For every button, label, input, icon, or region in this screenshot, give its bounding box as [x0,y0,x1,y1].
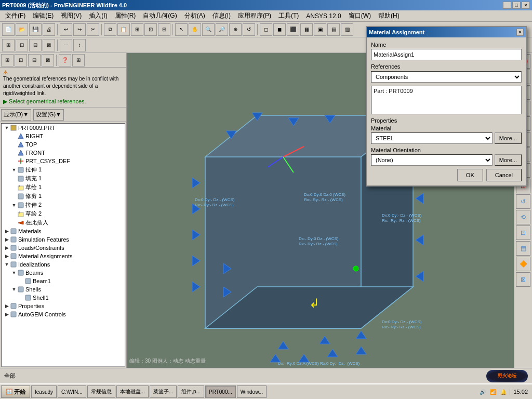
maximize-button[interactable]: □ [512,2,521,9]
zoom-in-btn[interactable]: 🔍 [202,23,215,36]
start-button[interactable]: 🪟 开始 [1,385,30,398]
tree-item-properties[interactable]: ▶Properties [2,302,125,310]
settings-dropdown[interactable]: 设置(G)▼ [33,109,64,121]
select-btn[interactable]: ↖ [175,23,188,36]
new-btn[interactable]: 📄 [2,23,15,36]
rs-btn-14[interactable]: ⊠ [516,272,530,287]
view7-btn[interactable]: ▧ [341,23,353,36]
tree-expand-caohui2[interactable] [11,211,17,217]
task-win[interactable]: C:\WIN... [58,385,86,398]
tree-item-front[interactable]: FRONT [2,149,125,157]
rs-btn-4[interactable]: ↕ [516,116,530,131]
rs-btn-8[interactable]: ⊞ [516,179,530,193]
tree-item-loads[interactable]: ▶Loads/Constraints [2,244,125,252]
tb2-btn3[interactable]: ⊟ [29,39,42,51]
tree-expand-shells[interactable]: ▼ [11,286,17,292]
tree-expand-sim_features[interactable]: ▶ [4,236,10,243]
tree-item-mat_assign[interactable]: ▶Material Assignments [2,252,125,260]
tree-expand-root[interactable]: ▼ [4,125,10,131]
menu-item-e[interactable]: 编辑(E) [30,10,57,21]
task-prt[interactable]: PRT000... [205,385,236,398]
menu-item-r[interactable]: 属性(R) [112,10,139,21]
pan-btn[interactable]: ✋ [189,23,201,36]
view4-btn[interactable]: ▦ [300,23,313,36]
rs-btn-6[interactable]: ⊝ [516,148,530,162]
task-part[interactable]: 组件,p... [178,385,204,398]
task-basket[interactable]: 菜篮子... [150,385,177,398]
tree-expand-prt_csys[interactable] [11,158,17,164]
task-info[interactable]: 常规信息 [87,385,115,398]
view1-btn[interactable]: ◻ [260,23,272,36]
rs-btn-7[interactable]: ⋯ [516,163,530,178]
menu-item-a[interactable]: 分析(A) [181,10,208,21]
tree-expand-zai_ci[interactable] [11,220,17,226]
tree-item-right[interactable]: RIGHT [2,132,125,140]
tree-item-xiugai1[interactable]: 修剪 1 [2,192,125,201]
tree-item-autogem[interactable]: ▶AutoGEM Controls [2,310,125,318]
print-btn[interactable]: 🖨 [43,23,55,36]
rs-btn-9[interactable]: ↺ [516,194,530,209]
tree-item-caohui2[interactable]: 草绘 2 [2,209,125,218]
left-tb-btn5[interactable]: ❓ [59,54,71,66]
left-tb-btn1[interactable]: ⊞ [1,54,14,66]
viewport[interactable]: Dx:0 Dy:- Dz:- (WCS) Rx:- Ry:- Rz:- (WCS… [127,53,514,368]
tree-item-top[interactable]: TOP [2,140,125,149]
left-tb-btn4[interactable]: ⊠ [42,54,54,66]
rs-btn-2[interactable]: ⊞ [516,70,530,84]
tree-expand-xiugai1[interactable] [11,193,17,200]
tree-expand-right[interactable] [11,133,17,139]
rs-btn-5[interactable]: ⇒ [516,132,530,147]
tb2-btn4[interactable]: ⊠ [43,39,55,51]
mirror-btn[interactable]: ⊞ [131,23,143,36]
menu-item-ansys[interactable]: ANSYS 12.0 [303,11,344,21]
tree-expand-materials[interactable]: ▶ [4,228,10,234]
tree-item-caohui1[interactable]: 草绘 1 [2,183,125,192]
menu-item-i[interactable]: 信息(I) [209,10,234,21]
tree-expand-idealizations[interactable]: ▼ [4,261,10,268]
redo-btn[interactable]: ↪ [73,23,86,36]
trim-btn[interactable]: ⊟ [158,23,170,36]
tree-expand-properties[interactable]: ▶ [4,303,10,309]
tree-item-materials[interactable]: ▶Materials [2,227,125,235]
cut-btn[interactable]: ✂ [87,23,99,36]
tree-expand-lashen1[interactable]: ▼ [11,167,17,173]
tb2-btn1[interactable]: ⊞ [2,39,15,51]
tree-expand-beam1[interactable] [18,278,24,284]
rotate-btn[interactable]: ↺ [243,23,255,36]
paste-btn[interactable]: 📋 [117,23,130,36]
tree-item-beam1[interactable]: Beam1 [2,277,125,285]
left-tb-btn6[interactable]: ⊞ [72,54,85,66]
tree-item-idealizations[interactable]: ▼Idealizations [2,260,125,269]
close-button[interactable]: × [522,2,530,9]
tree-expand-autogem[interactable]: ▶ [4,311,10,317]
tree-item-shell1[interactable]: Shell1 [2,294,125,302]
tree-item-shells[interactable]: ▼Shells [2,285,125,294]
rs-btn-12[interactable]: ▤ [516,241,530,256]
zoom-fit-btn[interactable]: ⊕ [229,23,242,36]
tree-expand-top[interactable] [11,141,17,148]
tree-expand-tianchong1[interactable] [11,176,17,182]
view6-btn[interactable]: ▤ [327,23,340,36]
menu-item-v[interactable]: 视图(V) [58,10,85,21]
tree-expand-loads[interactable]: ▶ [4,245,10,251]
rs-btn-1[interactable]: 🔴 [516,54,530,69]
view3-btn[interactable]: ⬛ [287,23,299,36]
tree-expand-lashen2[interactable]: ▼ [11,202,17,208]
rs-btn-x[interactable]: ✕ [516,85,530,100]
tree-item-root[interactable]: ▼PRT0009.PRT [2,124,125,132]
save-btn[interactable]: 💾 [29,23,42,36]
tree-item-beams[interactable]: ▼Beams [2,269,125,277]
tree-item-prt_csys[interactable]: PRT_CSYS_DEF [2,157,125,165]
left-tb-btn2[interactable]: ⊡ [15,54,27,66]
tree-item-lashen1[interactable]: ▼拉伸 1 [2,165,125,174]
rs-btn-10[interactable]: ⟲ [516,210,530,224]
tree-item-lashen2[interactable]: ▼拉伸 2 [2,201,125,209]
tree-expand-shell1[interactable] [18,295,24,301]
display-dropdown[interactable]: 显示(D)▼ [1,109,31,121]
view5-btn[interactable]: ▣ [314,23,326,36]
task-feasudy[interactable]: feasudy [31,385,57,398]
minimize-button[interactable]: _ [503,2,511,9]
zoom-out-btn[interactable]: 🔎 [216,23,228,36]
tree-expand-mat_assign[interactable]: ▶ [4,253,10,259]
tree-item-zai_ci[interactable]: 在此插入 [2,218,125,227]
